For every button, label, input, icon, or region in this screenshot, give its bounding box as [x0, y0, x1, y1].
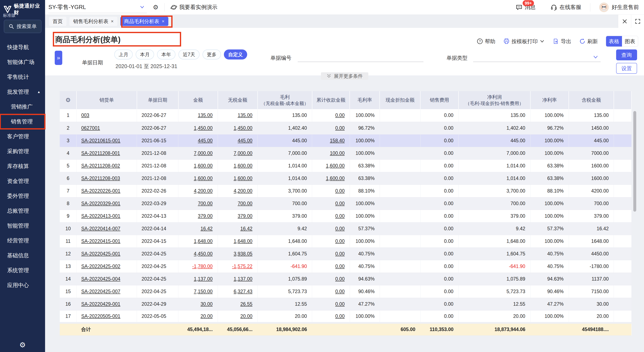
received-link[interactable]: 1,600.00 — [326, 163, 345, 168]
tax_free-link[interactable]: 1,450.00 — [234, 125, 252, 131]
amount-link[interactable]: 1,450.00 — [194, 125, 213, 131]
tax_free-link[interactable]: -1,575.22 — [232, 264, 252, 269]
table-row[interactable]: 4SA-20211208-0012021-12-087,000.007,000.… — [60, 147, 632, 159]
doc-link[interactable]: SA-20211208-002 — [81, 163, 120, 168]
doc-no-input[interactable] — [298, 51, 424, 62]
tax_free-link[interactable]: 20.00 — [240, 314, 252, 319]
received-link[interactable]: 0.00 — [335, 238, 345, 244]
sidebar-item[interactable]: 总账管理 — [0, 203, 45, 218]
tax_free-link[interactable]: 26.55 — [240, 301, 252, 307]
date-quick-pill[interactable]: 近7天 — [178, 49, 200, 59]
date-range-value[interactable]: 2020-01-01 至 2025-12-31 — [116, 63, 177, 70]
sidebar-search[interactable]: 搜索菜单 — [4, 20, 42, 33]
org-settings-gear-icon[interactable]: ⚙ — [153, 3, 158, 11]
table-row[interactable]: 206270012022-06-271,450.001,450.001,402.… — [60, 122, 632, 134]
doc-type-select[interactable] — [473, 51, 600, 62]
sidebar-item[interactable]: 系统管理 — [0, 263, 45, 278]
tax_free-link[interactable]: 1,137.00 — [234, 276, 252, 282]
doc-link[interactable]: SA-20220425-007 — [81, 289, 120, 294]
sidebar-item[interactable]: 批发管理▲ — [0, 84, 45, 99]
received-link[interactable]: 0.00 — [335, 201, 345, 206]
sidebar-settings-gear-icon[interactable]: ⚙ — [0, 341, 45, 349]
table-row[interactable]: 17SA-20220505-0012022-05-0520.0020.0020.… — [60, 310, 632, 323]
tax_free-link[interactable]: 135.00 — [238, 112, 252, 118]
tax_free-link[interactable]: 445.00 — [238, 138, 252, 143]
table-row[interactable]: 8SA-20220329-0012022-03-29700.00700.0070… — [60, 197, 632, 210]
amount-link[interactable]: 1,137.00 — [194, 276, 213, 282]
received-link[interactable]: 0.00 — [335, 301, 345, 307]
tax_free-link[interactable]: 1,600.00 — [234, 176, 252, 181]
doc-link[interactable]: SA-20220425-002 — [81, 264, 120, 269]
sidebar-item[interactable]: 营销推广 — [0, 99, 45, 114]
received-link[interactable]: 1,600.00 — [326, 176, 345, 181]
column-settings-gear-icon[interactable]: ⚙ — [60, 91, 76, 109]
table-view-button[interactable]: 表格 — [606, 36, 622, 46]
sidebar-item[interactable]: 库存核算 — [0, 159, 45, 174]
received-link[interactable]: 158.40 — [330, 138, 345, 143]
demo-link[interactable]: 我要看实例演示 — [170, 3, 218, 11]
doc-link[interactable]: SA-20211208-003 — [81, 176, 120, 181]
table-row[interactable]: 5SA-20211208-0022021-12-081,600.001,600.… — [60, 159, 632, 172]
refresh-button[interactable]: 刷新 — [579, 38, 598, 45]
received-link[interactable]: 0.00 — [335, 213, 345, 219]
amount-link[interactable]: 700.00 — [198, 201, 212, 206]
sidebar-item[interactable]: 零售统计 — [0, 69, 45, 84]
query-button[interactable]: 查询 — [616, 49, 637, 60]
table-row[interactable]: 14SA-20220425-0042022-04-251,137.001,137… — [60, 273, 632, 285]
tax_free-link[interactable]: 7,000.00 — [234, 150, 252, 156]
received-link[interactable]: 0.00 — [335, 314, 345, 319]
sidebar-item[interactable]: 经营管理 — [0, 233, 45, 248]
tax_free-link[interactable]: 379.00 — [238, 213, 252, 219]
amount-link[interactable]: 379.00 — [198, 213, 212, 219]
received-link[interactable]: 0.00 — [335, 264, 345, 269]
table-row[interactable]: 10032022-06-27135.00135.00135.000.00100.… — [60, 109, 632, 122]
amount-link[interactable]: 135.00 — [198, 112, 212, 118]
sidebar-item[interactable]: 基础信息 — [0, 248, 45, 263]
tax_free-link[interactable]: 3,938.05 — [234, 251, 252, 257]
doc-link[interactable]: SA-20211208-001 — [81, 150, 120, 156]
table-row[interactable]: 13SA-20220425-0022022-04-25-1,780.00-1,5… — [60, 260, 632, 273]
table-row[interactable]: 15SA-20220425-0072022-04-257,150.006,327… — [60, 285, 632, 298]
table-row[interactable]: 3SA-20210615-0012021-06-15445.00445.0044… — [60, 134, 632, 147]
doc-link[interactable]: 0627001 — [81, 125, 100, 131]
export-button[interactable]: 导出 — [552, 38, 571, 45]
tab-item[interactable]: 销售毛利分析表× — [70, 17, 118, 26]
doc-link[interactable]: SA-20220413-001 — [81, 213, 120, 219]
online-service-button[interactable]: 在线客服 — [550, 3, 581, 11]
messages-button[interactable]: 消息 99+ — [516, 3, 538, 11]
received-link[interactable]: 0.00 — [335, 276, 345, 282]
doc-link[interactable]: SA-20220505-001 — [81, 314, 120, 319]
date-quick-pill[interactable]: 上月 — [114, 49, 133, 59]
doc-link[interactable]: SA-20220425-004 — [81, 276, 120, 282]
amount-link[interactable]: 445.00 — [198, 138, 212, 143]
table-row[interactable]: 16SA-20220429-0012022-04-2930.0026.5512.… — [60, 298, 632, 310]
received-link[interactable]: 0.00 — [335, 289, 345, 294]
received-link[interactable]: 0.00 — [335, 112, 345, 118]
tab-close-icon[interactable]: × — [162, 19, 164, 24]
fullscreen-button[interactable] — [631, 15, 644, 28]
settings-button[interactable]: 设置 — [616, 63, 637, 74]
doc-link[interactable]: SA-20220415-001 — [81, 238, 120, 244]
vertical-scrollbar-thumb[interactable] — [633, 111, 636, 212]
table-row[interactable]: 11SA-20220415-0012022-04-151,648.001,648… — [60, 235, 632, 247]
collapse-filter-button[interactable]: » — [55, 51, 62, 65]
doc-link[interactable]: SA-20220226-001 — [81, 188, 120, 194]
table-row[interactable]: 6SA-20211208-0032021-12-081,600.001,600.… — [60, 172, 632, 185]
tax_free-link[interactable]: 6,327.43 — [234, 289, 252, 294]
received-link[interactable]: 0.00 — [335, 251, 345, 257]
amount-link[interactable]: 20.00 — [200, 314, 213, 319]
amount-link[interactable]: 1,600.00 — [194, 176, 213, 181]
amount-link[interactable]: -1,780.00 — [192, 264, 212, 269]
date-custom-pill[interactable]: 自定义 — [224, 49, 247, 59]
sidebar-item[interactable]: 客户管理 — [0, 129, 45, 144]
tab-item[interactable]: 首页 — [49, 17, 66, 26]
amount-link[interactable]: 7,150.00 — [194, 289, 213, 294]
sidebar-item[interactable]: 资金管理 — [0, 174, 45, 189]
tax_free-link[interactable]: 16.42 — [240, 226, 252, 231]
amount-link[interactable]: 7,000.00 — [194, 150, 213, 156]
org-selector[interactable]: SY-零售-YGRL — [48, 1, 147, 13]
doc-link[interactable]: SA-20220425-001 — [81, 251, 120, 257]
sidebar-item[interactable]: 快捷导航 — [0, 40, 45, 55]
doc-link[interactable]: 003 — [81, 112, 89, 118]
sidebar-item[interactable]: 采购管理 — [0, 144, 45, 159]
